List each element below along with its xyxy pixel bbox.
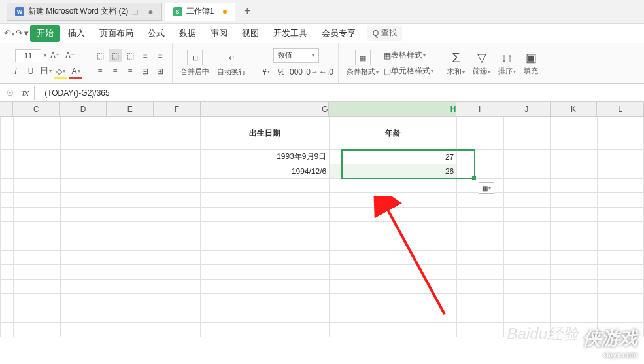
wrap-text-button[interactable]: ↵ 自动换行 (214, 48, 248, 78)
search-icon: Q (373, 29, 379, 38)
font-color-button[interactable]: A▾ (69, 65, 82, 78)
autofill-options-button[interactable]: ▦▾ (479, 182, 494, 194)
indent-inc-button[interactable]: ≡ (154, 49, 167, 62)
font-size-input[interactable]: 11 (15, 49, 41, 62)
word-icon: W (15, 7, 24, 16)
menu-view[interactable]: 视图 (235, 25, 265, 42)
filter-icon: ▽ (477, 50, 486, 65)
chevron-down-icon[interactable]: ▾ (44, 52, 46, 58)
cell-style-button[interactable]: ▢ 单元格样式▾ (384, 65, 433, 78)
col-header-f[interactable]: F (154, 102, 201, 116)
search-label: 查找 (381, 27, 397, 39)
cell-age-2[interactable]: 26 (330, 164, 457, 179)
border-button[interactable]: 田▾ (39, 65, 52, 78)
merge-across-button[interactable]: ⊟ (139, 65, 152, 78)
ribbon: 11 ▾ A⁺ A⁻ I U 田▾ ◇▾ A▾ ⬚ ⬚ ⬚ ≡ ≡ (0, 43, 644, 84)
sum-button[interactable]: Σ 求和▾ (445, 49, 467, 78)
cell-birth-1[interactable]: 1993年9月9日 (200, 150, 329, 164)
col-header-e[interactable]: E (107, 102, 154, 116)
comma-button[interactable]: 000 (290, 65, 303, 79)
merge-icon: ⊞ (187, 50, 203, 65)
column-headers: C D E F G H I J K L (0, 102, 644, 117)
tab-word-doc[interactable]: W 新建 Microsoft Word 文档 (2) ◻ ● (7, 3, 162, 21)
col-header-l[interactable]: L (597, 102, 644, 116)
merge-center-button[interactable]: ⊞ 合并居中 (178, 48, 212, 78)
fill-button[interactable]: ▣ 填充 (521, 49, 541, 77)
watermark-baidu: Baidu经验 (507, 323, 579, 344)
increase-font-button[interactable]: A⁺ (48, 49, 61, 62)
menu-bar: ↶▾ ↷ ▾ 开始 插入 页面布局 公式 数据 审阅 视图 开发工具 会员专享 … (0, 24, 644, 43)
align-right-button[interactable]: ≡ (124, 65, 137, 78)
font-group: 11 ▾ A⁺ A⁻ I U 田▾ ◇▾ A▾ (4, 43, 88, 83)
menu-insert[interactable]: 插入 (61, 25, 92, 42)
cond-format-icon: ▦ (355, 50, 371, 65)
underline-button[interactable]: U (24, 65, 37, 78)
help-icon[interactable]: ☉ (3, 88, 17, 98)
sort-icon: ↓↑ (501, 51, 513, 65)
align-center-button[interactable]: ≡ (109, 65, 122, 78)
menu-page-layout[interactable]: 页面布局 (93, 25, 140, 42)
menu-data[interactable]: 数据 (173, 25, 203, 42)
cond-format-button[interactable]: ▦ 条件格式▾ (344, 48, 381, 78)
sheet-icon: S (173, 7, 182, 16)
orientation-button[interactable]: ⊞ (154, 65, 167, 78)
decimal-dec-button[interactable]: ←.0 (320, 65, 333, 79)
menu-formula[interactable]: 公式 (141, 25, 171, 42)
editing-group: Σ 求和▾ ▽ 筛选▾ ↓↑ 排序▾ ▣ 填充 (439, 43, 546, 83)
align-left-button[interactable]: ≡ (93, 65, 107, 78)
formula-input[interactable]: =(TODAY()-G2)/365 (34, 86, 641, 100)
spreadsheet-grid: C D E F G H I J K L 出生日期 年龄 1993年9月9日 27 (0, 102, 644, 337)
col-header-i[interactable]: I (456, 102, 503, 116)
header-age[interactable]: 年龄 (330, 117, 457, 150)
decrease-font-button[interactable]: A⁻ (63, 49, 76, 62)
menu-start[interactable]: 开始 (30, 25, 60, 42)
align-top-button[interactable]: ⬚ (93, 49, 107, 62)
col-header-j[interactable]: J (503, 102, 551, 116)
qat-more[interactable]: ▾ (24, 28, 29, 38)
col-header-c[interactable]: C (13, 102, 60, 116)
number-group: 数值 ▾ ¥▾ % 000 .0→ ←.0 (254, 43, 339, 83)
header-birth[interactable]: 出生日期 (200, 117, 329, 150)
align-group: ⬚ ⬚ ⬚ ≡ ≡ ≡ ≡ ≡ ⊟ ⊞ (88, 43, 173, 83)
menu-review[interactable]: 审阅 (204, 25, 234, 42)
fx-label[interactable]: fx (22, 88, 29, 98)
align-middle-button[interactable]: ⬚ (109, 49, 122, 62)
cell-birth-2[interactable]: 1994/12/6 (200, 164, 329, 179)
close-icon[interactable]: ● (148, 7, 153, 17)
col-header-d[interactable]: D (60, 102, 107, 116)
merge-group: ⊞ 合并居中 ↵ 自动换行 (173, 43, 254, 83)
percent-button[interactable]: % (275, 65, 288, 79)
fill-color-button[interactable]: ◇▾ (54, 65, 67, 78)
currency-button[interactable]: ¥▾ (260, 65, 273, 79)
align-bottom-button[interactable]: ⬚ (124, 49, 137, 62)
tab-excel-doc[interactable]: S 工作簿1 (165, 3, 236, 21)
cells-area[interactable]: 出生日期 年龄 1993年9月9日 27 1994/12/6 26 (0, 117, 644, 337)
tab-word-label: 新建 Microsoft Word 文档 (2) (28, 6, 128, 17)
italic-button[interactable]: I (9, 65, 22, 78)
indent-dec-button[interactable]: ≡ (139, 49, 152, 62)
sort-button[interactable]: ↓↑ 排序▾ (496, 50, 518, 77)
col-header[interactable] (0, 102, 13, 116)
undo-button[interactable]: ↶▾ (4, 28, 14, 38)
col-header-k[interactable]: K (551, 102, 598, 116)
new-tab-button[interactable]: + (238, 5, 256, 18)
tab-pin-icon[interactable]: ◻ (132, 7, 139, 16)
unsaved-dot-icon (223, 10, 227, 14)
file-tabs-bar: W 新建 Microsoft Word 文档 (2) ◻ ● S 工作簿1 + (0, 0, 644, 24)
menu-member[interactable]: 会员专享 (315, 25, 362, 42)
wrap-icon: ↵ (224, 50, 239, 65)
filter-button[interactable]: ▽ 筛选▾ (470, 49, 493, 77)
table-style-button[interactable]: ▦ 表格样式▾ (384, 49, 426, 62)
menu-dev[interactable]: 开发工具 (267, 25, 314, 42)
cell-age-1[interactable]: 27 (330, 150, 457, 164)
redo-button[interactable]: ↷ (16, 28, 23, 38)
menu-search[interactable]: Q 查找 (367, 26, 402, 41)
sigma-icon: Σ (452, 50, 460, 65)
watermark-site: 侠游戏 xiayx.com (583, 326, 637, 359)
formula-bar: ☉ fx =(TODAY()-G2)/365 (0, 84, 644, 102)
number-format-select[interactable]: 数值 ▾ (273, 48, 319, 63)
styles-group: ▦ 条件格式▾ ▦ 表格样式▾ ▢ 单元格样式▾ (339, 43, 439, 83)
decimal-inc-button[interactable]: .0→ (305, 65, 318, 79)
col-header-h[interactable]: H (329, 102, 457, 116)
col-header-g[interactable]: G (201, 102, 329, 116)
